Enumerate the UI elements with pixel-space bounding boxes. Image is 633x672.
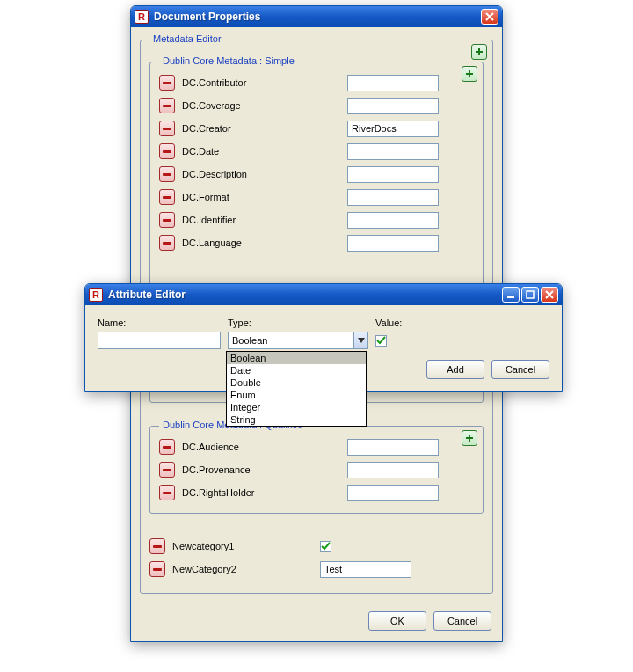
cancel-button[interactable]: Cancel [433, 611, 491, 631]
close-button[interactable] [481, 9, 498, 25]
remove-button[interactable] [159, 98, 175, 113]
type-option[interactable]: Enum [227, 389, 366, 401]
remove-button[interactable] [159, 462, 175, 478]
custom-row: Newcategory1 [149, 535, 466, 558]
minus-icon [163, 196, 171, 199]
metadata-value-input[interactable] [347, 485, 439, 501]
ok-button[interactable]: OK [368, 611, 426, 631]
metadata-label: DC.Coverage [182, 100, 340, 111]
metadata-label: DC.Audience [182, 442, 340, 452]
name-label: Name: [98, 318, 221, 328]
metadata-value-input[interactable] [347, 212, 439, 229]
metadata-editor-legend: Metadata Editor [149, 33, 225, 44]
metadata-label: DC.Language [182, 237, 340, 248]
type-option[interactable]: Boolean [227, 352, 366, 364]
metadata-row: DC.Provenance [159, 458, 474, 481]
metadata-row: DC.Coverage [159, 94, 474, 117]
metadata-value-input[interactable] [347, 189, 439, 206]
titlebar[interactable]: R Attribute Editor [85, 284, 562, 305]
remove-button[interactable] [149, 561, 165, 577]
metadata-label: DC.Creator [182, 123, 340, 134]
minus-icon [153, 545, 162, 548]
minus-icon [163, 150, 171, 153]
remove-button[interactable] [159, 143, 175, 159]
minus-icon [163, 242, 171, 245]
app-icon: R [89, 288, 103, 302]
plus-icon [475, 47, 484, 56]
svg-rect-1 [527, 291, 534, 298]
metadata-value-input[interactable] [347, 439, 439, 456]
metadata-label: DC.Provenance [182, 464, 340, 475]
metadata-value-input[interactable] [347, 121, 439, 137]
simple-legend: Dublin Core Metadata : Simple [159, 55, 298, 66]
custom-value-input[interactable] [320, 561, 411, 578]
chevron-down-icon [358, 338, 365, 343]
metadata-label: DC.Date [182, 146, 340, 157]
custom-label: NewCategory2 [172, 564, 313, 574]
name-input[interactable] [98, 332, 221, 349]
metadata-row: DC.Language [159, 231, 474, 254]
maximize-button[interactable] [521, 287, 539, 303]
remove-button[interactable] [159, 235, 175, 251]
add-qualified-button[interactable] [462, 430, 477, 446]
metadata-value-input[interactable] [347, 166, 439, 183]
remove-button[interactable] [159, 485, 175, 500]
minus-icon [163, 446, 171, 449]
metadata-row: DC.Contributor [159, 71, 474, 94]
value-checkbox[interactable] [375, 335, 387, 347]
remove-button[interactable] [149, 538, 165, 554]
type-option[interactable]: Integer [227, 401, 366, 413]
type-dropdown: Boolean Date Double Enum Integer String [226, 351, 367, 427]
minus-icon [163, 82, 171, 84]
app-icon: R [135, 10, 149, 24]
metadata-value-input[interactable] [347, 462, 439, 478]
window-title: Attribute Editor [106, 289, 498, 301]
minimize-button[interactable] [502, 287, 520, 303]
metadata-value-input[interactable] [347, 143, 439, 160]
metadata-row: DC.Format [159, 186, 474, 208]
close-button[interactable] [541, 287, 558, 303]
remove-button[interactable] [159, 121, 175, 136]
metadata-label: DC.Identifier [182, 215, 340, 225]
type-combo[interactable]: Boolean [228, 332, 368, 349]
remove-button[interactable] [159, 166, 175, 182]
type-option[interactable]: String [227, 413, 366, 426]
add-category-button[interactable] [471, 44, 487, 60]
check-icon [376, 336, 386, 346]
type-option[interactable]: Double [227, 376, 366, 389]
add-button[interactable]: Add [426, 360, 484, 379]
custom-checkbox[interactable] [320, 541, 331, 552]
remove-button[interactable] [159, 439, 175, 455]
metadata-label: DC.Contributor [182, 77, 340, 88]
metadata-value-input[interactable] [347, 98, 439, 114]
remove-button[interactable] [159, 189, 175, 205]
remove-button[interactable] [159, 212, 175, 228]
remove-button[interactable] [159, 75, 175, 91]
add-simple-button[interactable] [462, 66, 477, 82]
minus-icon [163, 469, 171, 471]
check-icon [321, 542, 331, 551]
minus-icon [153, 568, 162, 571]
maximize-icon [526, 290, 535, 299]
type-option[interactable]: Date [227, 364, 366, 376]
combo-dropdown-button[interactable] [353, 332, 367, 348]
minus-icon [163, 492, 171, 494]
metadata-row: DC.Audience [159, 435, 474, 458]
custom-row: NewCategory2 [149, 558, 466, 581]
close-icon [485, 12, 494, 21]
svg-rect-0 [507, 296, 514, 298]
titlebar[interactable]: R Document Properties [131, 6, 502, 27]
minimize-icon [506, 290, 515, 299]
plus-icon [465, 69, 474, 78]
metadata-value-input[interactable] [347, 235, 439, 252]
custom-label: Newcategory1 [172, 541, 313, 551]
metadata-label: DC.RightsHolder [182, 487, 340, 498]
metadata-row: DC.Description [159, 163, 474, 186]
minus-icon [163, 173, 171, 176]
metadata-label: DC.Description [182, 169, 340, 179]
window-title: Document Properties [152, 11, 477, 23]
metadata-row: DC.Identifier [159, 208, 474, 231]
metadata-value-input[interactable] [347, 75, 439, 91]
type-selected: Boolean [229, 335, 353, 346]
cancel-button[interactable]: Cancel [491, 360, 549, 379]
